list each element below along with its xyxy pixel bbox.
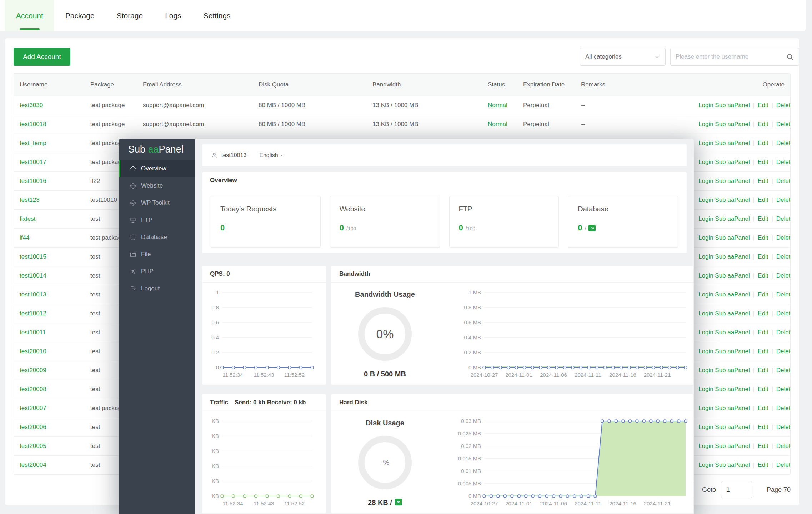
login-sub-aapanel-link[interactable]: Login Sub aaPanel [698,291,750,298]
tab-storage[interactable]: Storage [106,0,154,31]
delete-link[interactable]: Delete [776,102,790,109]
edit-link[interactable]: Edit [758,329,768,336]
sidebar-item-logout[interactable]: Logout [119,280,195,297]
edit-link[interactable]: Edit [758,272,768,279]
login-sub-aapanel-link[interactable]: Login Sub aaPanel [698,140,750,146]
delete-link[interactable]: Delete [776,310,790,317]
tab-settings[interactable]: Settings [192,0,242,31]
login-sub-aapanel-link[interactable]: Login Sub aaPanel [698,253,750,260]
delete-link[interactable]: Delete [776,443,790,449]
edit-link[interactable]: Edit [758,159,768,165]
login-sub-aapanel-link[interactable]: Login Sub aaPanel [698,367,750,374]
sidebar-item-ftp[interactable]: FTP [119,211,195,229]
username-link[interactable]: test10016 [20,178,46,184]
username-link[interactable]: test20006 [20,424,46,430]
delete-link[interactable]: Delete [776,121,790,128]
language-select[interactable]: English [259,152,285,159]
login-sub-aapanel-link[interactable]: Login Sub aaPanel [698,386,750,393]
delete-link[interactable]: Delete [776,253,790,260]
login-sub-aapanel-link[interactable]: Login Sub aaPanel [698,234,750,241]
login-sub-aapanel-link[interactable]: Login Sub aaPanel [698,102,750,109]
edit-link[interactable]: Edit [758,196,768,203]
delete-link[interactable]: Delete [776,405,790,411]
username-link[interactable]: if44 [20,234,29,241]
username-link[interactable]: test10014 [20,272,46,279]
delete-link[interactable]: Delete [776,291,790,298]
sidebar-item-website[interactable]: Website [119,177,195,194]
delete-link[interactable]: Delete [776,178,790,184]
username-link[interactable]: test123 [20,196,40,203]
delete-link[interactable]: Delete [776,386,790,393]
username-link[interactable]: fixtest [20,215,35,222]
edit-link[interactable]: Edit [758,310,768,317]
username-link[interactable]: test10012 [20,310,46,317]
edit-link[interactable]: Edit [758,234,768,241]
edit-link[interactable]: Edit [758,443,768,449]
edit-link[interactable]: Edit [758,291,768,298]
login-sub-aapanel-link[interactable]: Login Sub aaPanel [698,178,750,184]
username-link[interactable]: test10017 [20,159,46,165]
login-sub-aapanel-link[interactable]: Login Sub aaPanel [698,405,750,411]
login-sub-aapanel-link[interactable]: Login Sub aaPanel [698,215,750,222]
login-sub-aapanel-link[interactable]: Login Sub aaPanel [698,310,750,317]
sidebar-item-file[interactable]: File [119,246,195,263]
tab-package[interactable]: Package [54,0,106,31]
page: AccountPackageStorageLogsSettings Add Ac… [0,0,812,514]
delete-link[interactable]: Delete [776,348,790,355]
edit-link[interactable]: Edit [758,253,768,260]
search-icon[interactable] [786,53,794,61]
login-sub-aapanel-link[interactable]: Login Sub aaPanel [698,424,750,430]
login-sub-aapanel-link[interactable]: Login Sub aaPanel [698,329,750,336]
username-link[interactable]: test20009 [20,367,46,374]
tab-account[interactable]: Account [5,0,54,31]
edit-link[interactable]: Edit [758,348,768,355]
username-link[interactable]: test3030 [20,102,43,109]
delete-link[interactable]: Delete [776,461,790,468]
username-link[interactable]: test20010 [20,348,46,355]
edit-link[interactable]: Edit [758,386,768,393]
edit-link[interactable]: Edit [758,102,768,109]
delete-link[interactable]: Delete [776,140,790,146]
search-input[interactable] [671,53,786,60]
username-link[interactable]: test20005 [20,443,46,449]
edit-link[interactable]: Edit [758,424,768,430]
sidebar-item-php[interactable]: PHP [119,263,195,280]
edit-link[interactable]: Edit [758,178,768,184]
sidebar-item-overview[interactable]: Overview [119,160,195,177]
username-link[interactable]: test20007 [20,405,46,411]
edit-link[interactable]: Edit [758,405,768,411]
username-link[interactable]: test20008 [20,386,46,393]
username-link[interactable]: test10015 [20,253,46,260]
login-sub-aapanel-link[interactable]: Login Sub aaPanel [698,272,750,279]
add-account-button[interactable]: Add Account [14,48,70,66]
username-link[interactable]: test10013 [20,291,46,298]
edit-link[interactable]: Edit [758,367,768,374]
sidebar-item-database[interactable]: Database [119,229,195,246]
delete-link[interactable]: Delete [776,196,790,203]
username-link[interactable]: test10018 [20,121,46,128]
username-link[interactable]: test_temp [20,140,46,146]
delete-link[interactable]: Delete [776,215,790,222]
tab-logs[interactable]: Logs [154,0,192,31]
delete-link[interactable]: Delete [776,424,790,430]
username-link[interactable]: test10011 [20,329,46,336]
goto-page-input[interactable] [721,481,752,498]
login-sub-aapanel-link[interactable]: Login Sub aaPanel [698,159,750,165]
login-sub-aapanel-link[interactable]: Login Sub aaPanel [698,196,750,203]
edit-link[interactable]: Edit [758,121,768,128]
login-sub-aapanel-link[interactable]: Login Sub aaPanel [698,461,750,468]
delete-link[interactable]: Delete [776,272,790,279]
edit-link[interactable]: Edit [758,140,768,146]
delete-link[interactable]: Delete [776,329,790,336]
edit-link[interactable]: Edit [758,215,768,222]
delete-link[interactable]: Delete [776,367,790,374]
delete-link[interactable]: Delete [776,234,790,241]
delete-link[interactable]: Delete [776,159,790,165]
username-link[interactable]: test20004 [20,461,46,468]
sidebar-item-wp-toolkit[interactable]: WP Toolkit [119,194,195,211]
login-sub-aapanel-link[interactable]: Login Sub aaPanel [698,443,750,449]
category-select[interactable]: All categories [580,48,666,66]
login-sub-aapanel-link[interactable]: Login Sub aaPanel [698,348,750,355]
login-sub-aapanel-link[interactable]: Login Sub aaPanel [698,121,750,128]
edit-link[interactable]: Edit [758,461,768,468]
